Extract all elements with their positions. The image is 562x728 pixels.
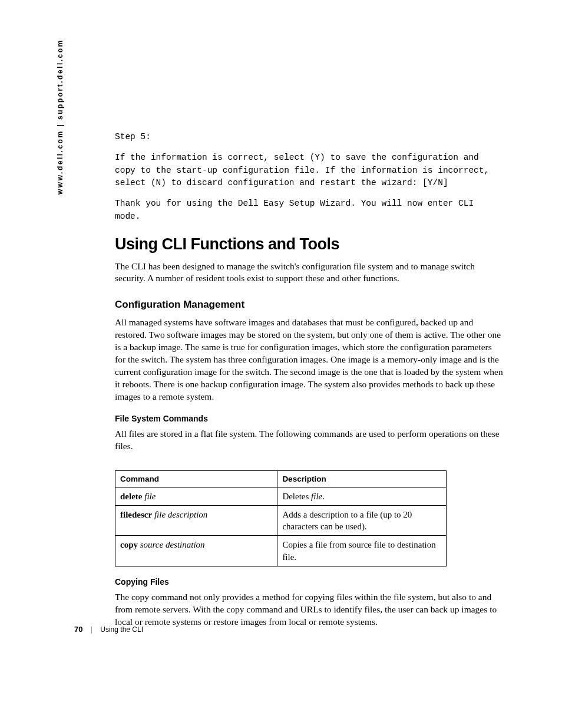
cmd-bold: filedescr: [120, 510, 152, 519]
page-content: Step 5: If the information is correct, s…: [115, 131, 504, 637]
desc-pre: Adds a description to a file (up to 20 c…: [282, 510, 412, 531]
cmd-italic: file: [144, 492, 156, 501]
desc-post: .: [322, 492, 325, 501]
copy-text: The copy command not only provides a met…: [115, 591, 504, 628]
cmd-cell: filedescr file description: [115, 505, 277, 536]
footer-section: Using the CLI: [100, 625, 143, 634]
fs-heading: File System Commands: [115, 414, 504, 423]
desc-pre: Copies a file from source file to destin…: [282, 540, 435, 561]
table-row: delete file Deletes file.: [115, 487, 447, 505]
copy-heading: Copying Files: [115, 577, 504, 587]
table-row: filedescr file description Adds a descri…: [115, 505, 447, 536]
step-label: Step 5:: [115, 131, 504, 144]
desc-pre: Deletes: [282, 492, 311, 501]
config-text: All managed systems have software images…: [115, 317, 504, 403]
page-number: 70: [74, 625, 82, 634]
table-header-description: Description: [277, 470, 447, 487]
table-header-row: Command Description: [115, 470, 447, 487]
page-footer: 70 | Using the CLI: [74, 625, 143, 634]
footer-separator: |: [91, 625, 92, 634]
desc-italic: file: [311, 492, 322, 501]
table-row: copy source destination Copies a file fr…: [115, 536, 447, 566]
cmd-italic: source destination: [140, 540, 205, 549]
side-url: www.dell.com | support.dell.com: [56, 39, 64, 195]
main-intro: The CLI has been designed to manage the …: [115, 261, 504, 285]
commands-table: Command Description delete file Deletes …: [115, 470, 447, 566]
desc-cell: Adds a description to a file (up to 20 c…: [277, 505, 447, 536]
thank-you-text: Thank you for using the Dell Easy Setup …: [115, 197, 504, 223]
fs-text: All files are stored in a flat file syst…: [115, 428, 504, 453]
config-heading: Configuration Management: [115, 299, 504, 311]
cmd-bold: delete: [120, 492, 142, 501]
cmd-cell: copy source destination: [115, 536, 277, 566]
cmd-cell: delete file: [115, 487, 277, 505]
desc-cell: Copies a file from source file to destin…: [277, 536, 447, 566]
table-header-command: Command: [115, 470, 277, 487]
cmd-italic: file description: [154, 510, 207, 519]
step-text: If the information is correct, select (Y…: [115, 151, 504, 190]
desc-cell: Deletes file.: [277, 487, 447, 505]
main-heading: Using CLI Functions and Tools: [115, 235, 504, 253]
cmd-bold: copy: [120, 540, 138, 549]
